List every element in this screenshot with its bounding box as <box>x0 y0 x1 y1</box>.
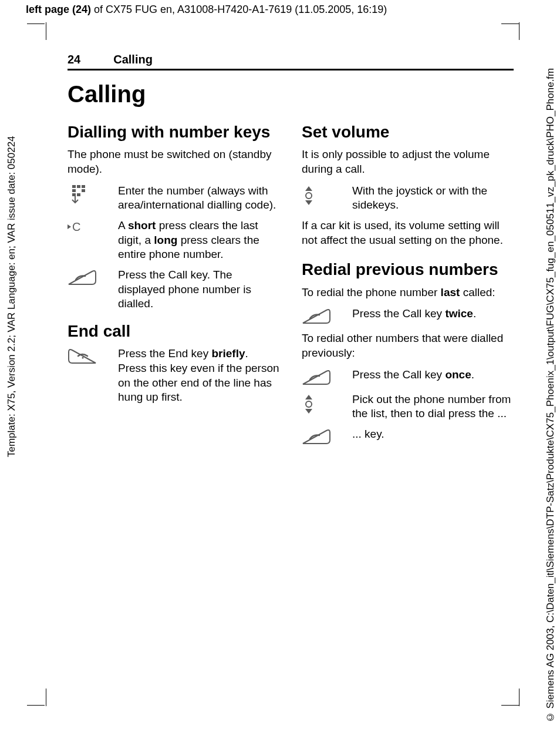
paragraph-redial-1: To redial the phone number last called: <box>302 286 514 300</box>
step-call: Press the Call key. The displayed phone … <box>68 268 279 311</box>
step-redial-once: Press the Call key once. <box>302 368 514 387</box>
svg-rect-4 <box>82 189 85 192</box>
paragraph-volume-1: It is only possible to adjust the volume… <box>302 147 514 176</box>
call-key-icon <box>302 428 331 446</box>
page-content: 24 Calling Calling Dialling with number … <box>68 53 514 452</box>
running-head: 24 Calling <box>68 53 514 70</box>
joystick-icon <box>302 394 316 415</box>
end-key-icon <box>68 348 97 365</box>
call-key-icon <box>302 369 331 387</box>
svg-text:C: C <box>72 220 80 233</box>
heading-set-volume: Set volume <box>302 123 514 142</box>
joystick-icon <box>302 185 316 206</box>
heading-redial: Redial previous numbers <box>302 260 514 279</box>
step-enter-number-text: Enter the number (always with area/inter… <box>118 184 279 213</box>
step-volume-text: With the joystick or with the sidekeys. <box>352 184 514 213</box>
call-key-icon <box>68 269 97 287</box>
step-pick-number: Pick out the phone number from the list,… <box>302 392 514 421</box>
step-redial-twice: Press the Call key twice. <box>302 307 514 325</box>
svg-rect-2 <box>82 185 85 188</box>
step-press-key: ... key. <box>302 427 514 446</box>
step-redial-once-text: Press the Call key once. <box>352 368 514 382</box>
right-column: Set volume It is only possible to adjust… <box>302 120 514 452</box>
clear-key-icon: C <box>68 220 85 234</box>
top-header: left page (24) of CX75 FUG en, A31008-H7… <box>26 4 387 16</box>
step-clear: C A short press clears the last digit, a… <box>68 219 279 262</box>
svg-rect-1 <box>77 185 80 188</box>
top-header-bold: left page (24) <box>26 4 91 15</box>
heading-end-call: End call <box>68 322 279 341</box>
svg-point-10 <box>306 401 312 407</box>
page-title: Calling <box>68 81 514 108</box>
left-margin-note: Template: X75, Version 2.2; VAR Language… <box>6 22 18 457</box>
step-end-call: Press the End key briefly. Press this ke… <box>68 347 279 405</box>
keypad-icon <box>68 185 89 205</box>
step-press-key-text: ... key. <box>352 427 514 442</box>
paragraph-volume-2: If a car kit is used, its volume setting… <box>302 219 514 247</box>
top-header-rest: of CX75 FUG en, A31008-H7420-A1-7619 (11… <box>91 4 387 15</box>
svg-rect-0 <box>72 185 76 188</box>
svg-point-8 <box>82 357 84 359</box>
step-volume-joystick: With the joystick or with the sidekeys. <box>302 184 514 213</box>
svg-rect-6 <box>77 193 80 196</box>
step-call-text: Press the Call key. The displayed phone … <box>118 268 279 311</box>
step-end-call-text: Press the End key briefly. Press this ke… <box>118 347 279 405</box>
step-enter-number: Enter the number (always with area/inter… <box>68 184 279 213</box>
heading-dialling: Dialling with number keys <box>68 123 279 142</box>
page-number: 24 <box>68 53 80 66</box>
right-margin-note: © Siemens AG 2003, C:\Daten_itl\Siemens\… <box>545 18 556 723</box>
step-redial-twice-text: Press the Call key twice. <box>352 307 514 321</box>
step-pick-number-text: Pick out the phone number from the list,… <box>352 392 514 421</box>
step-clear-text: A short press clears the last digit, a l… <box>118 219 279 262</box>
svg-point-9 <box>306 193 312 199</box>
svg-rect-3 <box>72 189 76 192</box>
paragraph-standby: The phone must be switched on (standby m… <box>68 147 279 176</box>
left-column: Dialling with number keys The phone must… <box>68 120 279 452</box>
call-key-icon <box>302 308 331 325</box>
paragraph-redial-2: To redial other numbers that were dialle… <box>302 331 514 360</box>
section-name: Calling <box>113 53 153 66</box>
